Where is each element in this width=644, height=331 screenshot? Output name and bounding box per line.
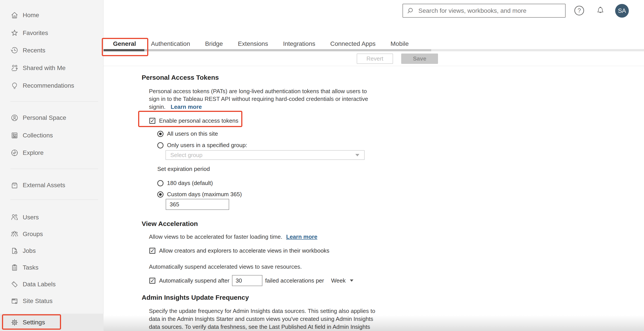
tab-bridge[interactable]: Bridge	[205, 40, 223, 47]
person-circle-icon	[10, 114, 19, 122]
specified-group-radio[interactable]	[157, 142, 164, 148]
sidebar-item-home[interactable]: Home	[0, 7, 104, 23]
tab-integrations[interactable]: Integrations	[283, 40, 315, 47]
box-icon	[10, 181, 19, 189]
sidebar-item-label: Favorites	[23, 29, 48, 36]
allow-acceleration-label: Allow creators and explorers to accelera…	[159, 247, 330, 254]
enable-pat-label: Enable personal access tokens	[159, 117, 238, 124]
enable-pat-row: Enable personal access tokens	[150, 117, 238, 124]
sidebar-divider	[10, 200, 98, 200]
sidebar-item-recommendations[interactable]: Recommendations	[0, 77, 104, 94]
groups-icon	[10, 230, 19, 238]
search-box	[402, 4, 566, 18]
sidebar-item-groups[interactable]: Groups	[0, 226, 104, 243]
sidebar-divider	[10, 169, 98, 169]
home-icon	[10, 11, 19, 19]
enable-pat-checkbox[interactable]	[150, 118, 155, 124]
sidebar-item-data-labels[interactable]: Data Labels	[0, 276, 104, 293]
revert-button[interactable]: Revert	[357, 53, 393, 64]
sidebar-item-shared-with-me[interactable]: Shared with Me	[0, 60, 104, 76]
tag-icon	[10, 280, 19, 289]
all-users-radio-row: All users on this site	[157, 130, 218, 137]
expiration-180-radio[interactable]	[157, 180, 164, 186]
failed-accelerations-input[interactable]	[232, 275, 262, 286]
settings-tab-bar: General Authentication Bridge Extensions…	[104, 38, 409, 49]
shared-icon	[10, 64, 19, 72]
sidebar-item-recents[interactable]: Recents	[0, 42, 104, 59]
expiration-custom-radio[interactable]	[157, 191, 164, 198]
search-icon	[407, 7, 415, 15]
sidebar-item-label: Data Labels	[23, 281, 56, 288]
pat-description-tail: signin.	[149, 103, 166, 110]
sidebar-item-explore[interactable]: Explore	[0, 144, 104, 161]
search-input[interactable]	[418, 7, 565, 14]
admin-insights-description-line: Specify the update frequency for Admin I…	[149, 307, 375, 315]
sidebar-item-label: Personal Space	[23, 114, 66, 121]
auto-suspend-row: Automatically suspend after failed accel…	[150, 275, 354, 287]
sidebar-item-label: Home	[23, 12, 39, 19]
pat-description-line: Personal access tokens (PATs) are long-l…	[149, 87, 367, 95]
period-value: Week	[331, 277, 346, 284]
auto-suspend-checkbox[interactable]	[150, 278, 155, 284]
sidebar-item-jobs[interactable]: Jobs	[0, 243, 104, 259]
view-acceleration-learn-more-link[interactable]: Learn more	[286, 233, 318, 240]
sidebar-item-label: Recommendations	[23, 82, 74, 89]
sidebar-item-label: Settings	[23, 319, 45, 326]
sidebar-item-collections[interactable]: Collections	[0, 127, 104, 144]
pat-description-line: sign in to the Tableau REST API without …	[149, 95, 368, 103]
pat-learn-more-link[interactable]: Learn more	[170, 103, 202, 110]
period-dropdown[interactable]: Week	[331, 277, 354, 284]
sidebar-item-label: External Assets	[23, 182, 65, 189]
admin-insights-description-line: data in the Admin Insights Starter and c…	[149, 315, 373, 323]
custom-days-input[interactable]	[166, 199, 229, 210]
star-icon	[10, 29, 19, 37]
view-acceleration-description-text: Allow views to be accelerated for faster…	[149, 233, 282, 240]
sidebar-item-label: Explore	[23, 149, 44, 156]
section-title-view-acceleration: View Acceleration	[142, 220, 198, 228]
pat-description-line: signin. Learn more	[149, 103, 202, 111]
sidebar-item-users[interactable]: Users	[0, 209, 104, 226]
sidebar-item-label: Site Status	[23, 298, 52, 305]
active-tab-underline	[104, 49, 144, 51]
sidebar-item-label: Groups	[23, 231, 43, 238]
select-group-placeholder: Select group	[170, 152, 356, 159]
sidebar-item-personal-space[interactable]: Personal Space	[0, 109, 104, 126]
sidebar-item-label: Users	[23, 214, 39, 221]
history-icon	[10, 46, 19, 55]
tab-connected-apps[interactable]: Connected Apps	[330, 40, 376, 47]
notifications-bell-icon[interactable]	[595, 5, 606, 16]
tab-general[interactable]: General	[113, 40, 136, 47]
collections-icon	[10, 131, 19, 140]
gear-icon	[10, 318, 19, 327]
suspend-description: Automatically suspend accelerated views …	[149, 263, 302, 271]
all-users-label: All users on this site	[167, 130, 218, 137]
section-title-pat: Personal Access Tokens	[142, 73, 219, 82]
allow-acceleration-row: Allow creators and explorers to accelera…	[150, 247, 330, 254]
chevron-down-icon	[356, 154, 359, 156]
section-title-admin-insights: Admin Insights Update Frequency	[142, 293, 249, 302]
help-icon[interactable]	[574, 6, 584, 15]
tab-authentication[interactable]: Authentication	[151, 40, 190, 47]
sidebar-item-settings[interactable]: Settings	[0, 314, 104, 331]
save-button[interactable]: Save	[401, 53, 438, 64]
avatar[interactable]: SA	[615, 4, 629, 18]
allow-acceleration-checkbox[interactable]	[150, 248, 155, 254]
select-group-dropdown[interactable]: Select group	[166, 150, 365, 160]
expiration-180-label: 180 days (default)	[167, 180, 213, 187]
sidebar-item-site-status[interactable]: Site Status	[0, 293, 104, 310]
sidebar-item-label: Recents	[23, 47, 46, 54]
compass-icon	[10, 149, 19, 157]
sidebar-item-tasks[interactable]: Tasks	[0, 259, 104, 276]
view-acceleration-description: Allow views to be accelerated for faster…	[149, 233, 317, 241]
sidebar-item-favorites[interactable]: Favorites	[0, 25, 104, 41]
all-users-radio[interactable]	[157, 131, 164, 137]
expiration-180-radio-row: 180 days (default)	[157, 180, 213, 187]
sidebar-item-label: Tasks	[23, 264, 38, 271]
lightbulb-icon	[10, 81, 19, 90]
browser-alert-icon	[10, 297, 19, 305]
sidebar-item-external-assets[interactable]: External Assets	[0, 177, 104, 194]
tab-mobile[interactable]: Mobile	[390, 40, 408, 47]
tab-extensions[interactable]: Extensions	[238, 40, 268, 47]
users-icon	[10, 213, 19, 222]
expiration-custom-label: Custom days (maximum 365)	[167, 191, 242, 198]
